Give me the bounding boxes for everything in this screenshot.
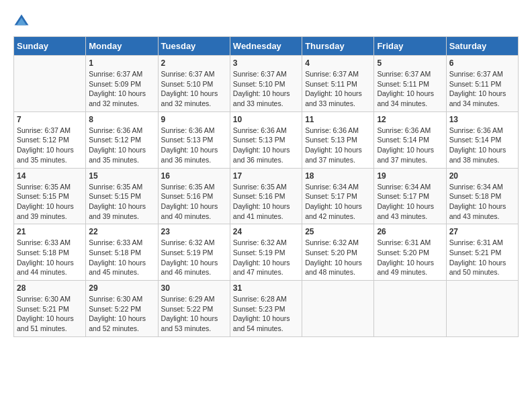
day-cell: 7Sunrise: 6:37 AM Sunset: 5:12 PM Daylig… [14, 111, 86, 168]
day-info: Sunrise: 6:33 AM Sunset: 5:18 PM Dayligh… [17, 238, 83, 277]
week-row-0: 1Sunrise: 6:37 AM Sunset: 5:09 PM Daylig… [14, 56, 519, 112]
day-cell [374, 281, 446, 337]
header-cell-monday: Monday [86, 37, 158, 56]
header-row: SundayMondayTuesdayWednesdayThursdayFrid… [14, 37, 519, 56]
day-info: Sunrise: 6:36 AM Sunset: 5:12 PM Dayligh… [89, 126, 154, 165]
day-number: 10 [233, 115, 299, 124]
day-number: 28 [17, 283, 83, 293]
logo-icon [13, 13, 30, 30]
day-cell: 31Sunrise: 6:28 AM Sunset: 5:23 PM Dayli… [230, 281, 302, 337]
day-cell: 4Sunrise: 6:37 AM Sunset: 5:11 PM Daylig… [302, 56, 374, 112]
day-number: 3 [233, 58, 299, 68]
day-number: 25 [305, 227, 371, 236]
day-number: 30 [161, 283, 227, 293]
day-info: Sunrise: 6:37 AM Sunset: 5:09 PM Dayligh… [89, 69, 154, 109]
day-info: Sunrise: 6:31 AM Sunset: 5:21 PM Dayligh… [449, 238, 515, 277]
header-cell-sunday: Sunday [14, 37, 86, 56]
day-info: Sunrise: 6:34 AM Sunset: 5:17 PM Dayligh… [377, 182, 443, 222]
day-number: 11 [305, 115, 371, 124]
day-info: Sunrise: 6:37 AM Sunset: 5:10 PM Dayligh… [161, 69, 227, 109]
day-cell: 23Sunrise: 6:32 AM Sunset: 5:19 PM Dayli… [158, 224, 230, 281]
day-cell: 30Sunrise: 6:29 AM Sunset: 5:22 PM Dayli… [158, 281, 230, 337]
day-number: 24 [233, 227, 299, 236]
day-info: Sunrise: 6:32 AM Sunset: 5:19 PM Dayligh… [161, 238, 227, 277]
day-number: 31 [233, 283, 299, 293]
day-cell: 27Sunrise: 6:31 AM Sunset: 5:21 PM Dayli… [446, 224, 518, 281]
day-cell: 6Sunrise: 6:37 AM Sunset: 5:11 PM Daylig… [446, 56, 518, 112]
day-info: Sunrise: 6:36 AM Sunset: 5:13 PM Dayligh… [161, 126, 227, 165]
day-number: 23 [161, 227, 227, 236]
day-number: 22 [89, 227, 154, 236]
day-info: Sunrise: 6:36 AM Sunset: 5:14 PM Dayligh… [449, 126, 515, 165]
day-cell: 5Sunrise: 6:37 AM Sunset: 5:11 PM Daylig… [374, 56, 446, 112]
day-info: Sunrise: 6:34 AM Sunset: 5:17 PM Dayligh… [305, 182, 371, 222]
day-info: Sunrise: 6:36 AM Sunset: 5:13 PM Dayligh… [305, 126, 371, 165]
day-number: 14 [17, 171, 83, 181]
day-cell: 8Sunrise: 6:36 AM Sunset: 5:12 PM Daylig… [86, 111, 158, 168]
day-info: Sunrise: 6:37 AM Sunset: 5:11 PM Dayligh… [377, 69, 443, 109]
day-cell: 13Sunrise: 6:36 AM Sunset: 5:14 PM Dayli… [446, 111, 518, 168]
day-info: Sunrise: 6:32 AM Sunset: 5:20 PM Dayligh… [305, 238, 371, 277]
logo [13, 13, 32, 30]
day-cell: 22Sunrise: 6:33 AM Sunset: 5:18 PM Dayli… [86, 224, 158, 281]
day-info: Sunrise: 6:37 AM Sunset: 5:11 PM Dayligh… [449, 69, 515, 109]
day-cell: 21Sunrise: 6:33 AM Sunset: 5:18 PM Dayli… [14, 224, 86, 281]
day-info: Sunrise: 6:35 AM Sunset: 5:15 PM Dayligh… [17, 182, 83, 222]
day-cell: 25Sunrise: 6:32 AM Sunset: 5:20 PM Dayli… [302, 224, 374, 281]
day-cell: 3Sunrise: 6:37 AM Sunset: 5:10 PM Daylig… [230, 56, 302, 112]
day-cell: 20Sunrise: 6:34 AM Sunset: 5:18 PM Dayli… [446, 168, 518, 224]
day-cell: 12Sunrise: 6:36 AM Sunset: 5:14 PM Dayli… [374, 111, 446, 168]
header-cell-tuesday: Tuesday [158, 37, 230, 56]
week-row-2: 14Sunrise: 6:35 AM Sunset: 5:15 PM Dayli… [14, 168, 519, 224]
day-cell: 17Sunrise: 6:35 AM Sunset: 5:16 PM Dayli… [230, 168, 302, 224]
day-cell: 11Sunrise: 6:36 AM Sunset: 5:13 PM Dayli… [302, 111, 374, 168]
day-number: 16 [161, 171, 227, 181]
day-cell: 19Sunrise: 6:34 AM Sunset: 5:17 PM Dayli… [374, 168, 446, 224]
day-number: 8 [89, 115, 154, 124]
day-cell: 2Sunrise: 6:37 AM Sunset: 5:10 PM Daylig… [158, 56, 230, 112]
day-number: 12 [377, 115, 443, 124]
day-number: 21 [17, 227, 83, 236]
day-number: 15 [89, 171, 154, 181]
day-number: 2 [161, 58, 227, 68]
day-info: Sunrise: 6:36 AM Sunset: 5:13 PM Dayligh… [233, 126, 299, 165]
day-info: Sunrise: 6:35 AM Sunset: 5:16 PM Dayligh… [233, 182, 299, 222]
day-info: Sunrise: 6:37 AM Sunset: 5:11 PM Dayligh… [305, 69, 371, 109]
day-info: Sunrise: 6:31 AM Sunset: 5:20 PM Dayligh… [377, 238, 443, 277]
header-cell-thursday: Thursday [302, 37, 374, 56]
day-info: Sunrise: 6:30 AM Sunset: 5:21 PM Dayligh… [17, 294, 83, 334]
day-number: 4 [305, 58, 371, 68]
day-cell: 29Sunrise: 6:30 AM Sunset: 5:22 PM Dayli… [86, 281, 158, 337]
week-row-4: 28Sunrise: 6:30 AM Sunset: 5:21 PM Dayli… [14, 281, 519, 337]
day-number: 9 [161, 115, 227, 124]
day-cell: 26Sunrise: 6:31 AM Sunset: 5:20 PM Dayli… [374, 224, 446, 281]
day-cell [446, 281, 518, 337]
day-number: 19 [377, 171, 443, 181]
day-cell: 18Sunrise: 6:34 AM Sunset: 5:17 PM Dayli… [302, 168, 374, 224]
header-cell-saturday: Saturday [446, 37, 518, 56]
day-info: Sunrise: 6:35 AM Sunset: 5:15 PM Dayligh… [89, 182, 154, 222]
day-info: Sunrise: 6:37 AM Sunset: 5:12 PM Dayligh… [17, 126, 83, 165]
day-number: 29 [89, 283, 154, 293]
day-cell: 14Sunrise: 6:35 AM Sunset: 5:15 PM Dayli… [14, 168, 86, 224]
day-info: Sunrise: 6:36 AM Sunset: 5:14 PM Dayligh… [377, 126, 443, 165]
day-cell: 24Sunrise: 6:32 AM Sunset: 5:19 PM Dayli… [230, 224, 302, 281]
day-info: Sunrise: 6:33 AM Sunset: 5:18 PM Dayligh… [89, 238, 154, 277]
day-cell: 28Sunrise: 6:30 AM Sunset: 5:21 PM Dayli… [14, 281, 86, 337]
day-info: Sunrise: 6:32 AM Sunset: 5:19 PM Dayligh… [233, 238, 299, 277]
day-info: Sunrise: 6:35 AM Sunset: 5:16 PM Dayligh… [161, 182, 227, 222]
week-row-3: 21Sunrise: 6:33 AM Sunset: 5:18 PM Dayli… [14, 224, 519, 281]
day-cell: 15Sunrise: 6:35 AM Sunset: 5:15 PM Dayli… [86, 168, 158, 224]
day-info: Sunrise: 6:34 AM Sunset: 5:18 PM Dayligh… [449, 182, 515, 222]
calendar-table: SundayMondayTuesdayWednesdayThursdayFrid… [13, 36, 519, 337]
day-cell [14, 56, 86, 112]
header [13, 13, 519, 30]
week-row-1: 7Sunrise: 6:37 AM Sunset: 5:12 PM Daylig… [14, 111, 519, 168]
day-number: 26 [377, 227, 443, 236]
day-info: Sunrise: 6:28 AM Sunset: 5:23 PM Dayligh… [233, 294, 299, 334]
day-number: 27 [449, 227, 515, 236]
day-number: 1 [89, 58, 154, 68]
day-cell: 9Sunrise: 6:36 AM Sunset: 5:13 PM Daylig… [158, 111, 230, 168]
day-cell: 1Sunrise: 6:37 AM Sunset: 5:09 PM Daylig… [86, 56, 158, 112]
day-info: Sunrise: 6:30 AM Sunset: 5:22 PM Dayligh… [89, 294, 154, 334]
